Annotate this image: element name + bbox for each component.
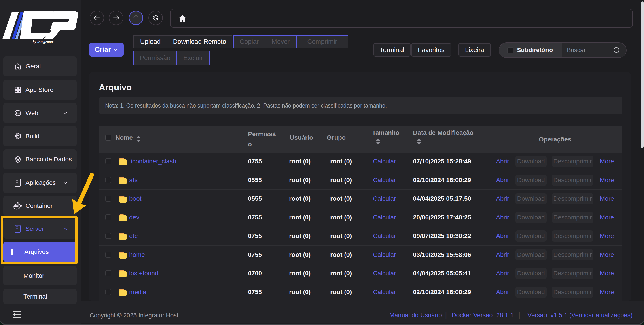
svg-text:by integrator: by integrator: [33, 39, 54, 44]
